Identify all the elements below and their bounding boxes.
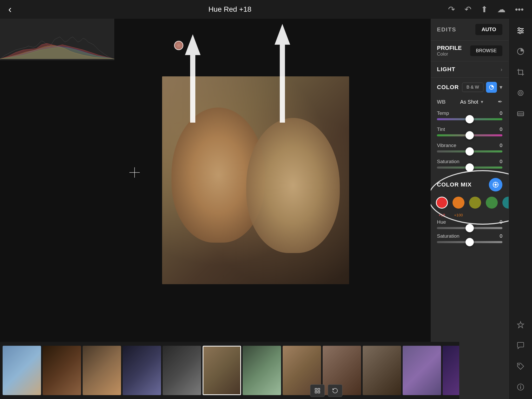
tint-slider-track[interactable] <box>437 134 502 136</box>
toolbar-presets-icon[interactable] <box>514 45 527 58</box>
svg-rect-5 <box>315 388 317 390</box>
tint-slider-thumb[interactable] <box>466 131 474 139</box>
vibrance-slider-row: Vibrance 0 <box>431 141 509 157</box>
color-dot-green[interactable] <box>486 197 498 209</box>
colormix-sat-slider-thumb[interactable] <box>466 238 474 246</box>
profile-row: PROFILE Color BROWSE <box>431 41 509 61</box>
top-bar-right: ↷ ↶ ⬆ ☁ ••• <box>448 4 524 14</box>
vibrance-label: Vibrance <box>437 143 456 148</box>
filmstrip-thumb-5[interactable] <box>163 346 201 395</box>
more-icon[interactable]: ••• <box>515 5 524 14</box>
svg-point-21 <box>519 32 521 34</box>
filmstrip-thumb-6-active[interactable] <box>203 346 241 395</box>
profile-title: PROFILE <box>437 45 462 51</box>
color-mix-sliders: Hue 0 Saturation 0 <box>431 219 509 243</box>
svg-point-30 <box>518 364 520 365</box>
filmstrip-thumb-10[interactable] <box>363 346 401 395</box>
filmstrip-thumb-1[interactable] <box>3 346 41 395</box>
toolbar-edit-icon[interactable] <box>514 24 527 37</box>
color-dropdown-button[interactable]: ▾ <box>500 84 502 91</box>
bw-button[interactable]: B & W <box>462 83 483 92</box>
wb-dropdown-icon[interactable]: ▾ <box>481 99 483 105</box>
tint-value: 0 <box>500 127 502 132</box>
photo-image <box>162 76 349 284</box>
color-mix-section: COLOR MIX <box>431 173 509 243</box>
hue-slider-thumb[interactable] <box>466 224 474 232</box>
color-active-button[interactable] <box>486 82 497 93</box>
color-mix-title: COLOR MIX <box>437 181 472 188</box>
top-bar: ‹ Hue Red +18 ↷ ↶ ⬆ ☁ ••• <box>0 0 532 19</box>
share-icon[interactable]: ⬆ <box>481 4 488 14</box>
auto-button[interactable]: AUTO <box>475 24 502 35</box>
svg-point-25 <box>520 93 521 94</box>
main-photo-area <box>0 19 459 342</box>
svg-rect-8 <box>318 391 320 393</box>
filmstrip-revert-btn[interactable] <box>328 384 342 397</box>
eyedropper-icon[interactable]: ✒ <box>498 98 502 105</box>
color-header-right: B & W ▾ <box>462 82 502 93</box>
temp-slider-thumb[interactable] <box>466 115 474 123</box>
photo-container[interactable] <box>52 19 459 342</box>
toolbar-tag-icon[interactable] <box>514 360 527 373</box>
toolbar-crop-icon[interactable] <box>514 65 527 79</box>
color-mix-target-button[interactable] <box>489 178 502 191</box>
saturation-slider-thumb[interactable] <box>466 163 474 172</box>
color-dot-teal[interactable] <box>502 197 509 209</box>
top-bar-left: ‹ <box>8 4 12 15</box>
toolbar-healing-icon[interactable] <box>514 86 527 100</box>
profile-sub: Color <box>437 51 462 57</box>
cloud-icon[interactable]: ☁ <box>497 4 506 14</box>
vibrance-slider-thumb[interactable] <box>466 147 474 156</box>
svg-point-15 <box>495 184 497 186</box>
svg-point-17 <box>518 28 520 30</box>
svg-point-19 <box>521 30 523 32</box>
tint-label: Tint <box>437 127 445 132</box>
profile-col: PROFILE Color <box>437 45 462 57</box>
dot-label-red-hue: +18 <box>436 213 448 217</box>
temp-label: Temp <box>437 110 449 116</box>
svg-marker-29 <box>517 322 524 328</box>
light-section-header[interactable]: LIGHT › <box>431 61 509 78</box>
filmstrip-thumb-4[interactable] <box>123 346 161 395</box>
back-icon[interactable]: ‹ <box>8 4 12 15</box>
svg-rect-7 <box>315 391 317 393</box>
toolbar-info-icon[interactable] <box>514 380 527 394</box>
svg-rect-26 <box>517 112 524 116</box>
saturation-value: 0 <box>500 159 502 164</box>
edits-label: EDITS <box>437 26 456 33</box>
far-right-toolbar <box>509 19 532 399</box>
colormix-sat-slider-track[interactable] <box>437 241 502 243</box>
undo-icon[interactable]: ↶ <box>464 4 471 14</box>
filmstrip-grid-btn[interactable] <box>310 384 325 397</box>
browse-button[interactable]: BROWSE <box>470 45 502 56</box>
color-label: COLOR <box>437 84 459 91</box>
light-label: LIGHT <box>437 66 455 73</box>
hue-slider-track[interactable] <box>437 227 502 229</box>
histogram <box>0 19 114 60</box>
toolbar-star-icon[interactable] <box>514 318 527 331</box>
redo-icon[interactable]: ↷ <box>448 4 455 14</box>
toolbar-comment-icon[interactable] <box>514 339 527 352</box>
wb-value-row[interactable]: As Shot ▾ <box>460 99 483 105</box>
color-section-header: COLOR B & W ▾ <box>431 78 509 95</box>
filmstrip <box>0 342 459 399</box>
filmstrip-thumb-12[interactable] <box>443 346 459 395</box>
edits-header: EDITS AUTO <box>431 19 509 41</box>
temp-value: 0 <box>500 110 502 116</box>
colormix-sat-label: Saturation <box>437 233 460 239</box>
filmstrip-thumb-7[interactable] <box>243 346 281 395</box>
toolbar-masking-icon[interactable] <box>514 107 527 121</box>
filmstrip-thumb-2[interactable] <box>43 346 81 395</box>
color-mix-header: COLOR MIX <box>431 173 509 197</box>
vibrance-slider-track[interactable] <box>437 150 502 152</box>
filmstrip-thumb-3[interactable] <box>83 346 121 395</box>
color-dot-red[interactable] <box>436 197 448 209</box>
color-dot-yellow[interactable] <box>469 197 481 209</box>
dot-label-orange-hue: +100 <box>453 213 464 217</box>
filmstrip-thumb-11[interactable] <box>403 346 441 395</box>
temp-slider-track[interactable] <box>437 118 502 120</box>
wb-value: As Shot <box>460 99 478 105</box>
hue-label: Hue <box>437 219 446 225</box>
saturation-slider-track[interactable] <box>437 167 502 169</box>
color-dot-orange[interactable] <box>453 197 464 209</box>
